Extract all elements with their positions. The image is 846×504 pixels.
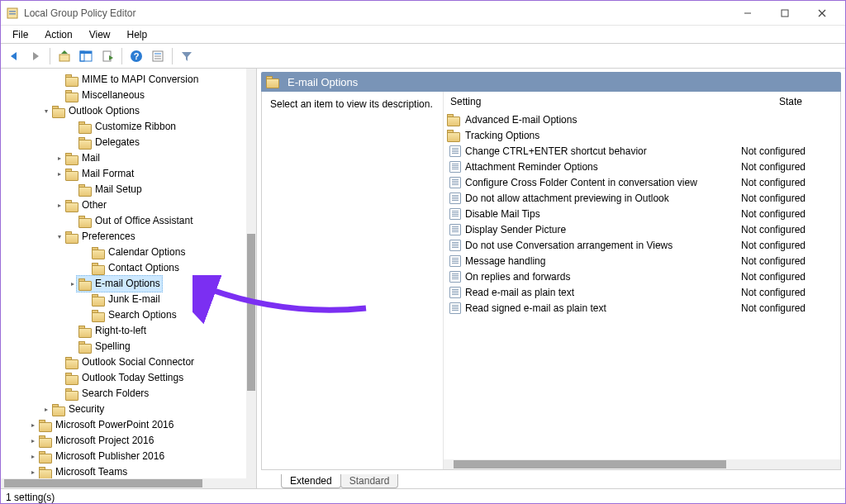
column-state[interactable]: State	[741, 96, 840, 107]
tree-node[interactable]: ▸Contact Options	[1, 260, 246, 276]
tree-node[interactable]: ▸Delegates	[1, 135, 246, 150]
column-setting[interactable]: Setting	[444, 96, 741, 107]
tree-node-label: Right-to-left	[95, 323, 146, 339]
tree-node[interactable]: ▸Microsoft Project 2016	[1, 433, 246, 449]
list-item[interactable]: On replies and forwardsNot configured	[444, 269, 840, 284]
folder-icon	[78, 326, 92, 337]
tab-extended[interactable]: Extended	[281, 474, 341, 488]
folder-icon	[39, 435, 52, 447]
tree-node[interactable]: ▸Microsoft PowerPoint 2016	[1, 417, 246, 433]
show-hide-tree-button[interactable]	[76, 46, 96, 66]
forward-button[interactable]	[26, 46, 45, 66]
folder-icon	[92, 263, 105, 274]
expand-icon[interactable]: ▸	[54, 166, 65, 182]
folder-icon	[65, 200, 78, 212]
list-item[interactable]: Do not allow attachment previewing in Ou…	[444, 190, 840, 206]
menu-action[interactable]: Action	[36, 27, 80, 42]
expand-icon[interactable]: ▸	[27, 417, 39, 433]
export-list-button[interactable]	[97, 46, 117, 66]
expand-icon[interactable]: ▸	[54, 197, 65, 213]
setting-name: Display Sender Picture	[465, 224, 741, 235]
policy-icon	[449, 270, 462, 283]
tree-node[interactable]: ▸Search Options	[1, 307, 246, 323]
tree-node[interactable]: ▸Microsoft Publisher 2016	[1, 449, 246, 464]
main-content: ▸MIME to MAPI Conversion▸Miscellaneous▾O…	[1, 69, 845, 488]
back-button[interactable]	[4, 46, 24, 66]
tree-node[interactable]: ▾Preferences	[1, 229, 246, 245]
menu-view[interactable]: View	[81, 27, 119, 42]
tree-node[interactable]: ▸Outlook Social Connector	[1, 354, 246, 370]
setting-name: Disable Mail Tips	[465, 208, 741, 220]
tree-node[interactable]: ▸Search Folders	[1, 386, 246, 402]
policy-icon	[449, 223, 462, 236]
tree-node[interactable]: ▸Other	[1, 197, 246, 213]
details-body: Select an item to view its description. …	[261, 92, 841, 470]
setting-state: Not configured	[741, 240, 840, 251]
policy-tree[interactable]: ▸MIME to MAPI Conversion▸Miscellaneous▾O…	[1, 69, 246, 478]
properties-button[interactable]	[148, 46, 168, 66]
setting-name: Do not use Conversation arrangement in V…	[465, 240, 741, 251]
list-item[interactable]: Read e-mail as plain textNot configured	[444, 284, 840, 300]
up-button[interactable]	[55, 46, 74, 66]
folder-icon	[65, 388, 78, 400]
tree-node[interactable]: ▸Microsoft Teams	[1, 464, 246, 478]
folder-icon	[65, 74, 78, 86]
collapse-icon[interactable]: ▾	[40, 103, 52, 119]
list-item[interactable]: Do not use Conversation arrangement in V…	[444, 237, 840, 253]
tree-node[interactable]: ▸Security	[1, 402, 246, 417]
expand-icon[interactable]: ▸	[54, 150, 65, 166]
setting-state: Not configured	[741, 255, 840, 267]
folder-icon	[92, 247, 105, 259]
list-item[interactable]: Read signed e-mail as plain textNot conf…	[444, 300, 840, 316]
list-header[interactable]: Setting State	[444, 92, 840, 112]
tree-node[interactable]: ▸Mail	[1, 150, 246, 166]
tree-node[interactable]: ▸Outlook Today Settings	[1, 370, 246, 386]
tree-horizontal-scrollbar[interactable]	[1, 478, 246, 488]
tree-node[interactable]: ▸Miscellaneous	[1, 88, 246, 103]
svg-marker-7	[11, 52, 17, 60]
filter-button[interactable]	[177, 46, 197, 66]
tree-node[interactable]: ▸Mail Format	[1, 166, 246, 182]
tree-node[interactable]: ▸Calendar Options	[1, 245, 246, 260]
tree-node-label: E-mail Options	[95, 276, 160, 292]
list-item[interactable]: Disable Mail TipsNot configured	[444, 206, 840, 221]
tree-node-label: Mail Setup	[95, 182, 142, 197]
setting-state: Not configured	[741, 208, 840, 220]
list-item[interactable]: Message handlingNot configured	[444, 253, 840, 269]
expand-icon[interactable]: ▸	[27, 433, 39, 449]
list-item[interactable]: Display Sender PictureNot configured	[444, 221, 840, 237]
tree-node[interactable]: ▸Out of Office Assistant	[1, 213, 246, 229]
list-item[interactable]: Configure Cross Folder Content in conver…	[444, 174, 840, 190]
expand-icon[interactable]: ▸	[27, 464, 39, 478]
folder-icon	[266, 76, 279, 88]
close-button[interactable]	[803, 1, 840, 26]
list-item[interactable]: Attachment Reminder OptionsNot configure…	[444, 159, 840, 174]
setting-state: Not configured	[741, 193, 840, 204]
list-item[interactable]: Change CTRL+ENTER shortcut behaviorNot c…	[444, 143, 840, 159]
menu-file[interactable]: File	[4, 27, 36, 42]
toolbar: ?	[1, 44, 845, 69]
tree-node[interactable]: ▸Junk E-mail	[1, 292, 246, 307]
minimize-button[interactable]	[729, 1, 766, 26]
tree-node[interactable]: ▸Right-to-left	[1, 323, 246, 339]
tree-node-label: Other	[82, 197, 107, 213]
tree-node[interactable]: ▾Outlook Options	[1, 103, 246, 119]
tree-node[interactable]: ▸MIME to MAPI Conversion	[1, 72, 246, 88]
tree-node[interactable]: ▸Mail Setup	[1, 182, 246, 197]
menu-help[interactable]: Help	[119, 27, 156, 42]
details-title: E-mail Options	[288, 76, 358, 88]
list-horizontal-scrollbar[interactable]	[444, 459, 840, 469]
help-button[interactable]: ?	[126, 46, 146, 66]
collapse-icon[interactable]: ▾	[54, 229, 65, 245]
details-header: E-mail Options	[261, 72, 841, 92]
expand-icon[interactable]: ▸	[40, 402, 52, 417]
tree-node[interactable]: ▸Spelling	[1, 339, 246, 354]
maximize-button[interactable]	[766, 1, 803, 26]
list-item[interactable]: Tracking Options	[444, 127, 840, 143]
list-item[interactable]: Advanced E-mail Options	[444, 112, 840, 127]
tree-node[interactable]: ▸E-mail Options	[1, 276, 246, 292]
tree-vertical-scrollbar[interactable]	[246, 69, 256, 478]
tree-node[interactable]: ▸Customize Ribbon	[1, 119, 246, 135]
tab-standard[interactable]: Standard	[340, 474, 399, 488]
expand-icon[interactable]: ▸	[27, 449, 39, 464]
